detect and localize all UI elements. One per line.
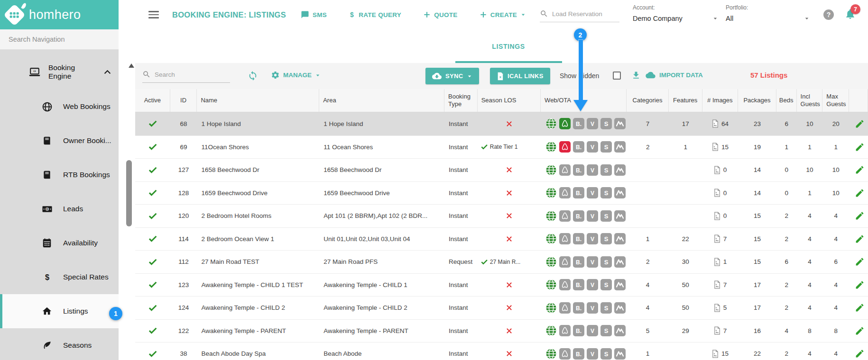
edit-listing-button[interactable] bbox=[849, 251, 868, 273]
edit-listing-button[interactable] bbox=[849, 159, 868, 181]
column-header-name[interactable]: Name bbox=[197, 89, 319, 112]
download-icon[interactable] bbox=[631, 71, 641, 82]
web-ota-icons: B.VS bbox=[541, 342, 627, 360]
sidebar-item-owner-booki[interactable]: Owner Booki... bbox=[0, 124, 119, 158]
topbar-action-create[interactable]: CREATE bbox=[480, 11, 526, 18]
table-row[interactable]: 38Beach Abode Day SpaBeach AbodeInstantB… bbox=[135, 342, 868, 360]
homeaway-icon bbox=[614, 233, 626, 244]
column-header-season_los[interactable]: Season LOS bbox=[478, 89, 541, 112]
logo-leaf-icon bbox=[21, 2, 27, 9]
svg-text:V: V bbox=[591, 259, 594, 265]
booking-type: Instant bbox=[444, 182, 478, 205]
sidebar-item-web-bookings[interactable]: Web Bookings bbox=[0, 90, 119, 124]
svg-text:S: S bbox=[604, 281, 609, 288]
vrbo-icon: V bbox=[587, 118, 598, 129]
portfolio-select[interactable]: Portfolio: All bbox=[726, 4, 810, 22]
column-header-area[interactable]: Area bbox=[319, 89, 444, 112]
edit-listing-button[interactable] bbox=[849, 136, 868, 159]
table-row[interactable]: 1281659 Beechwood Drive1659 Beechwood Dr… bbox=[135, 181, 868, 205]
sidebar-section-label: Booking Engine bbox=[48, 63, 96, 81]
column-header-booking_type[interactable]: Booking Type bbox=[444, 89, 478, 112]
web-ota-icons: B.VS bbox=[541, 251, 627, 273]
edit-listing-button[interactable] bbox=[849, 182, 868, 205]
sidebar-section-booking-engine[interactable]: ‹›Booking Engine bbox=[0, 54, 119, 90]
edit-listing-button[interactable] bbox=[849, 205, 868, 227]
topbar-action-rate-query[interactable]: $RATE QUERY bbox=[349, 10, 401, 19]
booking-icon: B. bbox=[573, 302, 584, 314]
svg-text:0: 0 bbox=[46, 207, 48, 211]
help-icon[interactable] bbox=[823, 9, 834, 20]
ical-links-button[interactable]: x ICAL LINKS bbox=[490, 68, 550, 84]
sync-button[interactable]: SYNC bbox=[425, 68, 479, 84]
table-row[interactable]: 124Awakening Temple - CHILD 2Awakening T… bbox=[135, 296, 868, 319]
manage-dropdown[interactable]: MANAGE bbox=[271, 71, 321, 80]
page-title: BOOKING ENGINE: LISTINGS bbox=[172, 0, 286, 29]
airbnb-icon bbox=[559, 210, 571, 222]
airbnb-icon bbox=[559, 256, 571, 268]
web-icon bbox=[545, 164, 557, 176]
column-header-ota[interactable]: Web/OTA bbox=[541, 89, 627, 112]
topbar-action-quote[interactable]: QUOTE bbox=[423, 11, 458, 18]
column-header-incl_guests[interactable]: Incl Guests bbox=[797, 89, 823, 112]
column-header-images[interactable]: # Images bbox=[702, 89, 739, 112]
sidebar-item-seasons[interactable]: Seasons bbox=[0, 328, 119, 360]
edit-listing-button[interactable] bbox=[849, 297, 868, 319]
topbar-action-sms[interactable]: SMS bbox=[301, 10, 327, 19]
column-header-categories[interactable]: Categories bbox=[627, 89, 669, 112]
sidebar-item-special-rates[interactable]: $Special Rates bbox=[0, 260, 119, 294]
column-header-active[interactable]: Active bbox=[135, 89, 170, 112]
table-row[interactable]: 11227 Main Road TEST27 Main Road PFSRequ… bbox=[135, 250, 868, 273]
account-select[interactable]: Account: Demo Company bbox=[633, 4, 718, 22]
listing-id: 123 bbox=[170, 274, 197, 297]
features-count: 1 bbox=[669, 136, 702, 159]
table-row[interactable]: 122Awakening Temple - PARENTAwakening Te… bbox=[135, 319, 868, 342]
table-row[interactable]: 123Awakening Temple - CHILD 1 TESTAwaken… bbox=[135, 273, 868, 297]
edit-listing-button[interactable] bbox=[849, 320, 868, 342]
table-row[interactable]: 1142 Bedroom Ocean View 1Unit 01,Unit 02… bbox=[135, 227, 868, 251]
app-root: homhero Search Navigation ‹›Booking Engi… bbox=[0, 0, 868, 360]
svg-text:S: S bbox=[604, 258, 609, 265]
column-header-max_guests[interactable]: Max Guests bbox=[822, 89, 849, 112]
booking-icon: B. bbox=[573, 164, 584, 176]
listing-name: 2 Bedroom Ocean View 1 bbox=[197, 228, 319, 251]
edit-listing-button[interactable] bbox=[849, 342, 868, 360]
import-data-button[interactable]: IMPORT DATA bbox=[646, 71, 703, 79]
sidebar-item-availability[interactable]: Availability bbox=[0, 226, 119, 260]
column-header-packages[interactable]: Packages bbox=[738, 89, 776, 112]
leaf-icon bbox=[41, 340, 53, 351]
tab-listings[interactable]: LISTINGS bbox=[480, 29, 537, 63]
stayz-icon: S bbox=[600, 187, 612, 198]
column-header-beds[interactable]: Beds bbox=[776, 89, 797, 112]
column-header-id[interactable]: ID bbox=[170, 89, 197, 112]
table-row[interactable]: 1271658 Beechwood Dr1658 Beechwood DrIns… bbox=[135, 158, 868, 181]
sidebar-item-rtb-bookings[interactable]: RTB Bookings bbox=[0, 158, 119, 192]
search-input[interactable]: Search bbox=[142, 70, 230, 83]
incl-guests-count: 4 bbox=[797, 228, 823, 251]
column-header-edit[interactable] bbox=[849, 89, 868, 112]
menu-icon[interactable] bbox=[148, 11, 159, 20]
listing-id: 127 bbox=[170, 159, 197, 181]
edit-listing-button[interactable] bbox=[849, 274, 868, 297]
svg-text:V: V bbox=[591, 144, 594, 151]
stayz-icon: S bbox=[600, 348, 612, 360]
beds-count: 6 bbox=[776, 112, 797, 135]
file-image-icon bbox=[712, 143, 719, 151]
edit-listing-button[interactable] bbox=[849, 112, 868, 135]
load-reservation-input[interactable]: Load Reservation bbox=[540, 9, 619, 22]
refresh-button[interactable] bbox=[248, 71, 258, 83]
table-row[interactable]: 681 Hope Island1 Hope IslandInstantB.VS7… bbox=[135, 112, 868, 135]
column-header-features[interactable]: Features bbox=[669, 89, 702, 112]
images-cell: 7 bbox=[702, 274, 739, 297]
show-hidden-checkbox[interactable] bbox=[613, 72, 621, 80]
homeaway-icon bbox=[614, 187, 626, 198]
sidebar-item-leads[interactable]: 0Leads bbox=[0, 192, 119, 226]
booking-type: Instant bbox=[444, 112, 478, 135]
table-row[interactable]: 6911Ocean Shores11 Ocean ShoresInstantRa… bbox=[135, 135, 868, 159]
web-ota-icons: B.VS bbox=[541, 182, 627, 205]
sidebar-item-listings[interactable]: Listings bbox=[0, 294, 119, 328]
sidebar-search-input[interactable]: Search Navigation bbox=[0, 29, 119, 50]
table-row[interactable]: 1202 Bedroom Hotel RoomsApt 101 (2 BBRM)… bbox=[135, 204, 868, 227]
features-count bbox=[669, 182, 702, 205]
edit-listing-button[interactable] bbox=[849, 228, 868, 251]
listing-area: 1 Hope Island bbox=[319, 112, 444, 135]
